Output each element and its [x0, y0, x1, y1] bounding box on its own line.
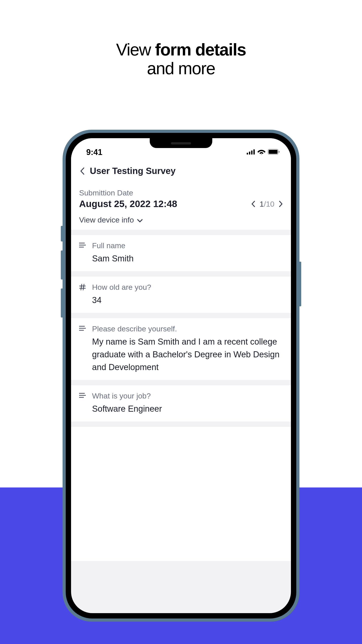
device-info-label: View device info: [79, 216, 134, 224]
text-field-icon: [79, 241, 86, 265]
submission-date-value: August 25, 2022 12:48: [79, 198, 177, 209]
phone-side-button: [61, 250, 63, 280]
page-title: User Testing Survey: [90, 166, 176, 176]
svg-rect-5: [269, 150, 278, 154]
field-value: Sam Smith: [92, 252, 283, 265]
phone-notch: [150, 138, 212, 148]
navigation-bar: User Testing Survey: [71, 160, 291, 182]
phone-side-button: [299, 262, 301, 306]
svg-line-12: [81, 284, 82, 290]
phone-side-button: [61, 288, 63, 318]
text-field-icon: [79, 392, 86, 415]
number-field-icon: [79, 283, 86, 306]
battery-icon: [268, 149, 280, 156]
pager-next-button[interactable]: [279, 200, 283, 207]
phone-frame: 9:41 User Testing S: [62, 130, 300, 622]
cellular-signal-icon: [247, 149, 255, 156]
submission-meta: Submittion Date August 25, 2022 12:48 1/…: [71, 182, 291, 230]
svg-rect-6: [279, 151, 280, 153]
svg-rect-2: [251, 150, 253, 154]
pager-position: 1/10: [260, 200, 274, 208]
field-label: How old are you?: [92, 283, 283, 292]
phone-side-button: [61, 226, 63, 242]
field-value: My name is Sam Smith and I am a recent c…: [92, 336, 283, 374]
field-card: How old are you? 34: [71, 276, 291, 313]
svg-rect-0: [247, 153, 248, 154]
view-device-info-toggle[interactable]: View device info: [79, 216, 283, 224]
field-card: Please describe yourself. My name is Sam…: [71, 318, 291, 380]
empty-space: [71, 427, 291, 561]
svg-rect-3: [253, 149, 255, 154]
status-icons: [247, 149, 280, 156]
chevron-down-icon: [137, 216, 143, 224]
field-value: 34: [92, 294, 283, 306]
svg-rect-1: [249, 152, 250, 154]
submission-date-label: Submittion Date: [79, 188, 283, 197]
field-label: Full name: [92, 241, 283, 250]
text-field-icon: [79, 324, 86, 374]
marketing-headline: View form details and more: [0, 0, 362, 78]
field-label: Please describe yourself.: [92, 324, 283, 333]
submission-pager: 1/10: [251, 200, 283, 208]
back-button[interactable]: [79, 167, 85, 175]
wifi-icon: [257, 149, 266, 156]
svg-line-13: [83, 284, 84, 290]
pager-prev-button[interactable]: [251, 200, 255, 207]
field-card: Full name Sam Smith: [71, 235, 291, 271]
field-card: What is your job? Software Engineer: [71, 385, 291, 422]
field-value: Software Engineer: [92, 402, 283, 415]
field-label: What is your job?: [92, 392, 283, 400]
status-time: 9:41: [86, 148, 102, 157]
